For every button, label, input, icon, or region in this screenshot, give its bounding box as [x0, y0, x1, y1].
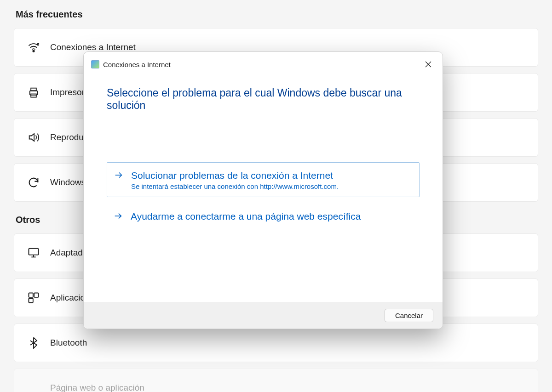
wifi-icon: [27, 41, 40, 54]
arrow-right-icon: [114, 170, 124, 180]
svg-rect-5: [29, 293, 33, 297]
cancel-button[interactable]: Cancelar: [385, 309, 433, 322]
option-fix-internet-connection[interactable]: Solucionar problemas de la conexión a In…: [107, 162, 420, 197]
item-label: Bluetooth: [50, 338, 87, 348]
option-label: Solucionar problemas de la conexión a In…: [131, 169, 339, 182]
dialog-title: Conexiones a Internet: [103, 61, 171, 68]
svg-rect-4: [29, 249, 39, 255]
troubleshoot-item-webpage[interactable]: Página web o aplicación: [14, 369, 538, 392]
close-icon: [425, 61, 431, 69]
section-frequent-title: Más frecuentes: [16, 9, 538, 20]
arrow-right-icon: [113, 211, 123, 221]
item-label: Página web o aplicación: [50, 383, 144, 392]
svg-point-0: [33, 51, 34, 52]
svg-rect-7: [29, 298, 33, 302]
item-label: Conexiones a Internet: [50, 42, 136, 52]
option-subtitle: Se intentará establecer una conexión con…: [131, 182, 339, 190]
svg-rect-2: [31, 88, 36, 91]
troubleshooter-app-icon: [91, 60, 99, 68]
svg-rect-6: [34, 293, 38, 297]
monitor-icon: [27, 246, 40, 259]
dialog-close-button[interactable]: [420, 57, 436, 73]
option-label: Ayudarme a conectarme a una página web e…: [131, 210, 361, 222]
sync-icon: [27, 176, 40, 189]
troubleshoot-item-bluetooth[interactable]: Bluetooth: [14, 324, 538, 362]
dialog-heading: Seleccione el problema para el cual Wind…: [107, 87, 420, 112]
svg-rect-3: [31, 94, 36, 97]
dialog-footer: Cancelar: [84, 302, 443, 329]
option-connect-specific-page[interactable]: Ayudarme a conectarme a una página web e…: [107, 204, 420, 229]
placeholder-icon: [27, 381, 40, 392]
printer-icon: [27, 86, 40, 99]
bluetooth-icon: [27, 336, 40, 349]
speaker-icon: [27, 131, 40, 144]
apps-icon: [27, 291, 40, 304]
troubleshooter-dialog: Conexiones a Internet Seleccione el prob…: [83, 51, 443, 329]
